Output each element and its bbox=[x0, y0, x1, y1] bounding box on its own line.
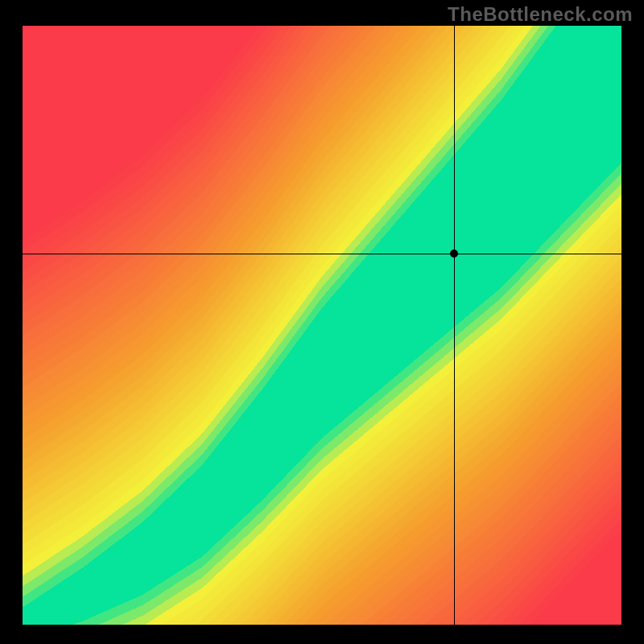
crosshair-point bbox=[450, 250, 458, 258]
chart-container: TheBottleneck.com bbox=[0, 0, 644, 644]
crosshair-horizontal bbox=[23, 254, 621, 254]
heatmap-canvas bbox=[23, 26, 621, 625]
watermark-text: TheBottleneck.com bbox=[448, 3, 633, 26]
crosshair-vertical bbox=[454, 26, 455, 625]
heatmap-plot bbox=[23, 26, 621, 625]
